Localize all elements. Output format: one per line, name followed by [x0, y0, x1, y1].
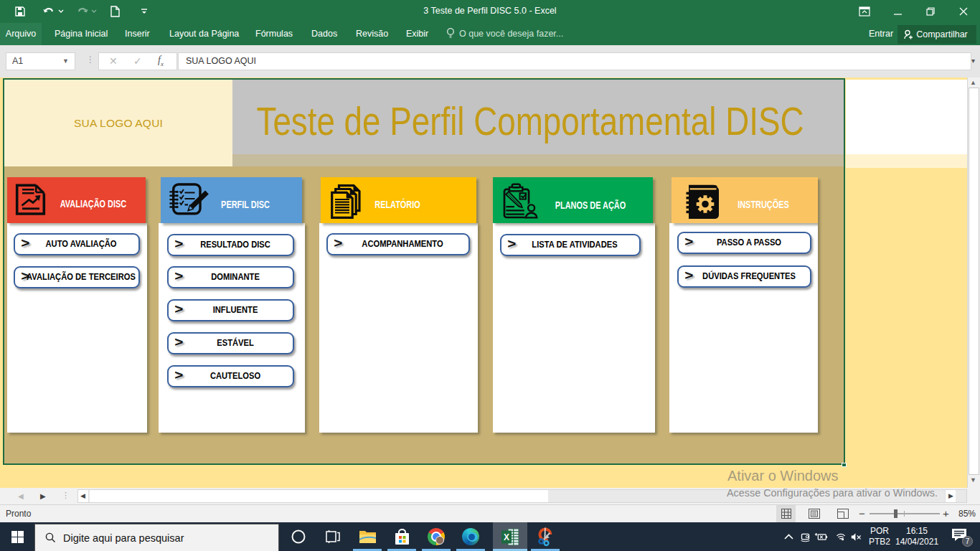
svg-text:X: X: [504, 532, 509, 542]
